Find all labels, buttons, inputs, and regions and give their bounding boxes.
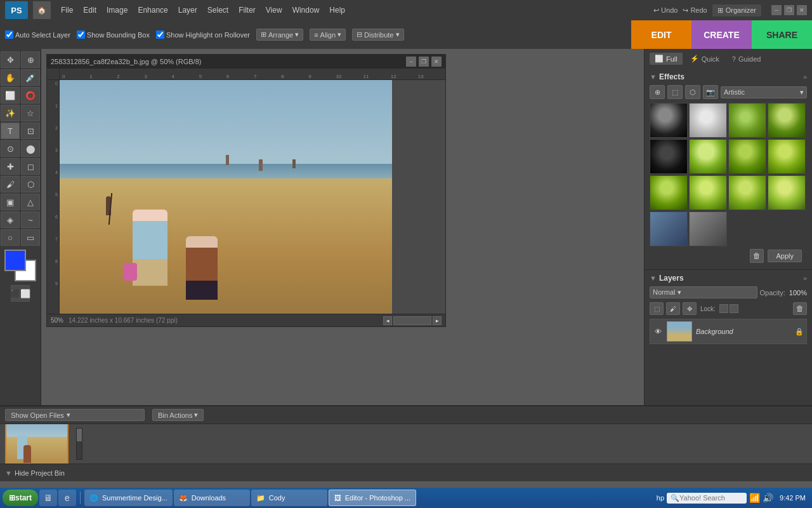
sharpen-tool[interactable]: △ xyxy=(21,194,40,210)
effect-thumb-11[interactable] xyxy=(728,175,766,210)
effects-expand-icon[interactable]: » xyxy=(803,73,807,81)
effect-thumb-1[interactable] xyxy=(650,103,688,138)
taskbar-item-1[interactable]: 🦊 Downloads xyxy=(174,490,250,506)
menu-window[interactable]: Window xyxy=(287,3,325,17)
paint-bucket-tool[interactable]: ⬡ xyxy=(21,176,40,192)
delete-layer-button[interactable]: 🗑 xyxy=(793,302,807,315)
effects-collapse-icon[interactable]: ▼ xyxy=(650,73,657,81)
menu-filter[interactable]: Filter xyxy=(233,3,261,17)
hide-project-bin-button[interactable]: ▼ Hide Project Bin xyxy=(5,469,65,477)
apply-effect-button[interactable]: Apply xyxy=(768,250,802,262)
auto-select-check[interactable]: Auto Select Layer xyxy=(5,30,70,39)
view-guided-button[interactable]: ? Guided xyxy=(727,53,766,65)
highlight-check[interactable]: Show Highlight on Rollover xyxy=(156,30,250,39)
shape-tool[interactable]: ▭ xyxy=(21,229,40,246)
default-colors[interactable]: ⬛⬜ xyxy=(11,285,30,302)
marquee-tool[interactable]: ⬜ xyxy=(1,87,20,104)
align-button[interactable]: ≡ Align ▾ xyxy=(310,29,346,41)
lock-checkbox[interactable] xyxy=(719,304,728,313)
scroll-right[interactable]: ▸ xyxy=(433,316,442,325)
lock-checkbox-2[interactable] xyxy=(730,304,738,313)
search-input[interactable] xyxy=(679,494,743,502)
lasso-tool[interactable]: ⭕ xyxy=(21,87,40,104)
effect-thumb-14[interactable] xyxy=(689,211,727,246)
effect-thumb-2[interactable] xyxy=(689,103,727,138)
menu-enhance[interactable]: Enhance xyxy=(133,3,173,17)
smudge-tool[interactable]: ~ xyxy=(21,211,40,228)
zoom-tool[interactable]: ⊕ xyxy=(21,51,40,68)
menu-file[interactable]: File xyxy=(56,3,78,17)
redo-button[interactable]: ↪ Redo xyxy=(683,6,707,15)
view-full-button[interactable]: ⬜ Full xyxy=(650,53,683,65)
effect-thumb-5[interactable] xyxy=(650,139,688,174)
effect-thumb-13[interactable] xyxy=(650,211,688,246)
eraser-tool[interactable]: ◻ xyxy=(21,158,40,175)
eyedropper-tool[interactable]: 💉 xyxy=(21,69,40,86)
dodge-tool[interactable]: ○ xyxy=(1,229,20,246)
h-scrollbar[interactable] xyxy=(393,316,431,325)
effects-all-button[interactable]: ⊕ xyxy=(650,85,665,99)
start-button[interactable]: ⊞ start xyxy=(3,490,38,506)
hand-tool[interactable]: ✋ xyxy=(1,69,20,86)
edit-tab[interactable]: EDIT xyxy=(631,20,691,49)
gradient-tool[interactable]: ▣ xyxy=(1,194,20,210)
brush-tool[interactable]: 🖌 xyxy=(1,176,20,192)
image-canvas[interactable] xyxy=(60,80,392,314)
type-tool[interactable]: T xyxy=(1,123,20,139)
effect-thumb-8[interactable] xyxy=(768,139,806,174)
create-tab[interactable]: CREATE xyxy=(691,20,752,49)
lock-transparent-button[interactable]: ⬚ xyxy=(650,302,664,315)
bin-actions-button[interactable]: Bin Actions ▾ xyxy=(152,409,204,421)
redeye-tool[interactable]: ⊙ xyxy=(1,140,20,157)
foreground-color[interactable] xyxy=(4,250,26,271)
scroll-left[interactable]: ◂ xyxy=(383,316,392,325)
crop-tool[interactable]: ⊡ xyxy=(21,123,40,139)
effect-thumb-9[interactable] xyxy=(650,175,688,210)
share-tab[interactable]: SHARE xyxy=(752,20,812,49)
bounding-box-check[interactable]: Show Bounding Box xyxy=(77,30,150,39)
stamp-tool[interactable]: ⬤ xyxy=(21,140,40,157)
layers-collapse-icon[interactable]: ▼ xyxy=(650,274,657,282)
arrange-button[interactable]: ⊞ Arrange ▾ xyxy=(256,29,303,41)
organizer-button[interactable]: ⊞ Organizer xyxy=(712,4,761,17)
effect-thumb-3[interactable] xyxy=(728,103,766,138)
taskbar-item-0[interactable]: 🌐 Summertime Desig... xyxy=(84,490,173,506)
minimize-button[interactable]: – xyxy=(771,5,782,15)
menu-help[interactable]: Help xyxy=(324,3,350,17)
quick-select-tool[interactable]: ✨ xyxy=(1,105,20,121)
bin-thumbnail[interactable] xyxy=(5,424,69,464)
effects-category-dropdown[interactable]: Artistic ▾ xyxy=(721,86,807,98)
restore-button[interactable]: ❐ xyxy=(784,5,794,15)
sponge-tool[interactable]: ◈ xyxy=(1,211,20,228)
taskbar-show-desktop[interactable]: 🖥 xyxy=(39,490,57,506)
menu-edit[interactable]: Edit xyxy=(78,3,102,17)
menu-select[interactable]: Select xyxy=(202,3,233,17)
effect-thumb-6[interactable] xyxy=(689,139,727,174)
distribute-button[interactable]: ⊟ Distribute ▾ xyxy=(352,29,403,41)
menu-image[interactable]: Image xyxy=(102,3,133,17)
effects-photo-button[interactable]: 📷 xyxy=(703,85,718,99)
menu-layer[interactable]: Layer xyxy=(173,3,202,17)
opacity-value[interactable]: 100% xyxy=(789,289,807,297)
home-button[interactable]: 🏠 xyxy=(33,1,51,19)
img-minimize[interactable]: – xyxy=(406,57,416,67)
menu-view[interactable]: View xyxy=(261,3,287,17)
effect-thumb-10[interactable] xyxy=(689,175,727,210)
img-restore[interactable]: ❐ xyxy=(419,57,429,67)
healing-tool[interactable]: ✚ xyxy=(1,158,20,175)
effect-thumb-4[interactable] xyxy=(768,103,806,138)
effect-thumb-7[interactable] xyxy=(728,139,766,174)
magic-wand-tool[interactable]: ☆ xyxy=(21,105,40,121)
close-button[interactable]: ✕ xyxy=(797,5,807,15)
delete-effect-button[interactable]: 🗑 xyxy=(750,249,764,263)
layers-expand-icon[interactable]: » xyxy=(803,274,807,282)
search-box[interactable]: 🔍 xyxy=(667,493,747,504)
effects-filters-button[interactable]: ⬡ xyxy=(685,85,700,99)
lock-image-button[interactable]: 🖌 xyxy=(666,302,680,315)
blend-mode-dropdown[interactable]: Normal ▾ xyxy=(650,286,757,298)
effect-thumb-12[interactable] xyxy=(768,175,806,210)
taskbar-item-2[interactable]: 📁 Cody xyxy=(251,490,327,506)
view-quick-button[interactable]: ⚡ Quick xyxy=(685,53,724,65)
effects-styles-button[interactable]: ⬚ xyxy=(667,85,683,99)
lock-position-button[interactable]: ✥ xyxy=(683,302,697,315)
